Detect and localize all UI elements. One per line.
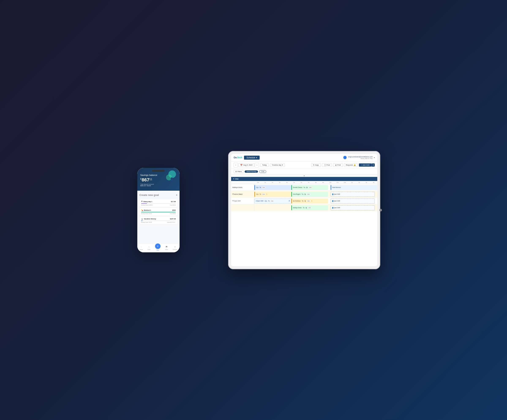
chevron-down-icon: ▾ (282, 164, 283, 166)
shift-irma-day[interactable]: Irma Rogers 7a - 3p CNA (291, 192, 328, 197)
copy-button[interactable]: ⎘ Copy (311, 163, 321, 167)
goal-progress-medical (141, 212, 176, 212)
goal-item-medical: 💊 Medical 1 $500 Ending Date 3/4/22 Goal… (140, 208, 177, 216)
schedule-row-3: ⚙ Open Shift ⚙ Open Shift 11p - 7a CNA ⚙ (231, 198, 377, 204)
date-navigation: ‹ 📅 Aug 9, 2022 › (234, 163, 259, 168)
time-12a: 12a (254, 181, 261, 183)
nav-home[interactable]: ⌂ Home (140, 245, 143, 251)
goal-name-rainy: ☂ Rainy day 1 (141, 201, 152, 203)
date-display: 📅 Aug 9, 2022 (238, 163, 254, 167)
time-10a: 10a (327, 181, 334, 183)
plus-icon: + (361, 164, 362, 166)
chevron-down-icon: ▾ (256, 156, 257, 159)
time-6a: 6a (298, 181, 305, 183)
shift-open-1[interactable]: 👤 Open Shift (331, 192, 375, 197)
shift-donald-day[interactable]: Donald Chavez 7a - 3p CNA (291, 185, 328, 190)
home-icon: ⌂ (140, 245, 143, 249)
prev-date-button[interactable]: ‹ (234, 163, 238, 168)
shift-open-2[interactable]: 👤 Open Shift (331, 198, 375, 203)
time-2p: 2p (356, 181, 363, 183)
create-goal-icon: + (176, 194, 177, 196)
create-goal-label: Create new goal (140, 194, 159, 196)
user-details: svspt.scheduler@onshiftdemo.com Sunny Vi… (348, 156, 373, 159)
shift-phoenix-warning[interactable]: 11p - 7a CNA ⚠ (254, 192, 291, 197)
tablet-power-button (380, 209, 382, 211)
medical-icon: 💊 (141, 209, 143, 211)
phone-notch (152, 170, 165, 172)
goal-name-medical: 💊 Medical 1 (141, 209, 151, 211)
row-timeline-3: ⚙ Open Shift 11p - 7a CNA ⚙ Ian DeJesus … (254, 198, 377, 204)
chevron-up-icon: ▲ (303, 175, 305, 176)
card-icon: ▭ (147, 245, 151, 249)
nav-save-active[interactable]: $ Save (155, 245, 161, 251)
time-3a: 3a (276, 181, 283, 183)
filters-button[interactable]: ⊟ Filters (234, 170, 243, 173)
phone-body: Create new goal + ☂ Rainy day 1 $17.06 (137, 191, 180, 244)
add-shift-button[interactable]: + Add Shift (359, 163, 372, 167)
goal-meta-rainy: Ending Date 3/28/22 Goal $100 (141, 204, 176, 206)
onshift-header: OnShift Schedule ▾ 👤 svspt.scheduler@ons… (231, 154, 377, 161)
filter-tag-cna[interactable]: CNA (259, 170, 266, 173)
shift-open-3[interactable]: 👤 Open Shift (331, 205, 375, 210)
avatar: 👤 (343, 156, 347, 159)
phone-screen: Savings balance $ 867 11 Total deposit a… (137, 168, 180, 252)
time-1a: 1a (261, 181, 269, 183)
filter-bar: ⊟ Filters Skilled Nursing CNA (231, 169, 377, 175)
toolbar: ‹ 📅 Aug 9, 2022 › Today Timeline day ▾ ⎘… (231, 161, 377, 169)
shift-addisyn2-day[interactable]: Addisyn Ames 7a - 3p CNA (291, 205, 328, 210)
user-icon: 👤 (332, 193, 334, 195)
onshift-logo: OnShift (234, 156, 242, 159)
add-shift-dropdown-button[interactable]: ▾ (372, 163, 375, 167)
today-button[interactable]: Today (260, 163, 268, 167)
user-email: svspt.scheduler@onshiftdemo.com (348, 156, 373, 158)
row-label-2: Phoenix Baker (231, 191, 254, 197)
schedule-tab[interactable]: Schedule ▾ (244, 156, 260, 160)
add-shift-group: + Add Shift ▾ (359, 163, 375, 167)
goal-name-disney: 🎡 Vacation Disney (141, 218, 156, 220)
shift-addisyn-night[interactable]: 11p - 7a CNA (254, 185, 291, 190)
shift-open-gear[interactable]: ⚙ Open Shift 11p - 7a CNA ⚙ (254, 198, 291, 203)
timeline-header: 12a 1a 2a 3a 4a 5a 6a 7a 8a 9a 10a 11a 1… (231, 181, 377, 184)
shift-kate[interactable]: Kate Morrison (331, 185, 377, 190)
time-9a: 9a (319, 181, 327, 183)
user-dropdown-icon: ▾ (374, 157, 375, 159)
post-button[interactable]: 📋 Post (322, 163, 332, 167)
user-info: 👤 svspt.scheduler@onshiftdemo.com Sunny … (343, 156, 375, 159)
time-4a: 4a (283, 181, 290, 183)
timeline-button[interactable]: Timeline day ▾ (270, 163, 285, 167)
user-icon-3: 👤 (332, 207, 334, 209)
shift-ian-warning[interactable]: Ian DeJesus 7a - 3p CNA ⚠ (291, 198, 328, 203)
nav-save[interactable]: 💾 Save (165, 245, 168, 251)
copy-icon: ⎘ (313, 164, 314, 166)
row-label-3: ⚙ Open Shift (231, 198, 254, 204)
schedule-row-2: Phoenix Baker 11p - 7a CNA ⚠ Irma Rogers… (231, 191, 377, 198)
time-1p: 1p (348, 181, 356, 183)
goal-progress-rainy (141, 203, 176, 204)
nav-connect[interactable]: ⊞ Connect (173, 245, 177, 251)
time-5a: 5a (290, 181, 298, 183)
nav-card[interactable]: ▭ Card (147, 245, 151, 251)
create-goal-row[interactable]: Create new goal + (140, 192, 177, 198)
chevron-down-icon: ▾ (233, 178, 234, 180)
post-icon: 📋 (324, 164, 326, 166)
warning-icon: ⚠ (266, 193, 268, 195)
row-timeline-2: 11p - 7a CNA ⚠ Irma Rogers 7a - 3p CNA 👤… (254, 191, 377, 197)
goal-progress-disney (141, 220, 176, 221)
cna-section-header: ▾ CNA (231, 177, 377, 181)
phone-deposit-label: Total deposit amount (140, 183, 177, 185)
goal-bar-rainy (141, 203, 147, 204)
disney-icon: 🎡 (141, 218, 143, 220)
tablet-device: OnShift Schedule ▾ 👤 svspt.scheduler@ons… (228, 151, 380, 269)
user-location: Sunny Villa St. Pete (348, 158, 373, 159)
next-date-button[interactable]: › (255, 163, 259, 168)
schedule-row-4: Addisyn Ames 7a - 3p CNA 👤 Open Shift (231, 204, 377, 211)
addisyn-ames-label: Addisyn Ames (232, 186, 242, 188)
collapse-bar[interactable]: ▲ (231, 175, 377, 177)
time-4p: 4p (370, 181, 377, 183)
goal-item-rainy: ☂ Rainy day 1 $17.06 Ending Date 3/28/22… (140, 199, 177, 207)
phone-deposit-amount: $856.30 / Month (140, 185, 177, 186)
filter-tag-skilled-nursing[interactable]: Skilled Nursing (245, 170, 258, 173)
print-button[interactable]: 🖨 Print (333, 163, 343, 167)
requests-button[interactable]: Requests 🔔 (344, 163, 358, 167)
bell-icon: 🔔 (354, 164, 356, 166)
